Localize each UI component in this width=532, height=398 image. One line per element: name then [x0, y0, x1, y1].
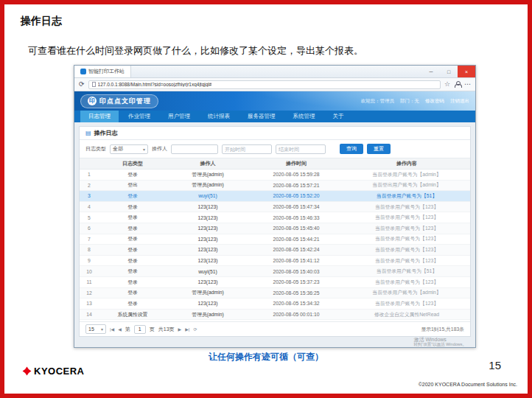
operator-input[interactable]: [171, 144, 218, 154]
cell-log-type: 登录: [99, 202, 167, 212]
watermark-line2: 转到“设置”以激活 Windows。: [413, 343, 466, 347]
cell-index: 1: [80, 170, 99, 180]
cell-index: 12: [80, 288, 99, 298]
restore-icon[interactable]: □: [440, 66, 458, 77]
slide: 操作日志 可查看谁在什么时间登录网页做了什么，比如修改了某个设定，导出某个报表。…: [0, 0, 532, 398]
next-page-button[interactable]: ▶: [178, 327, 182, 332]
department-text: 部门：无: [400, 98, 419, 105]
reload-table-icon[interactable]: ⟳: [193, 327, 197, 332]
table-row[interactable]: 7 登录 123(123) 2020-08-05 15:44:21 当前登录用户…: [80, 234, 470, 245]
cell-content: 当前登录用户账号为【51】: [343, 191, 470, 201]
close-icon[interactable]: ×: [458, 66, 475, 77]
cell-index: 5: [80, 212, 99, 223]
slide-body-text: 可查看谁在什么时间登录网页做了什么，比如修改了某个设定，导出某个报表。: [28, 44, 363, 57]
cell-time: 2020-08-05 00:01:10: [249, 310, 343, 320]
cell-log-type: 登录: [99, 234, 167, 245]
cell-time: 2020-08-05 15:37:23: [249, 277, 343, 287]
cell-operator: wuyi(51): [167, 266, 249, 276]
column-header-3: 操作时间: [249, 158, 343, 169]
column-header-1: 日志类型: [99, 158, 167, 169]
cell-time: 2020-08-05 15:57:21: [249, 181, 343, 191]
welcome-text: 欢迎您：管理员: [361, 98, 395, 105]
nav-tab-4[interactable]: 统计报表: [200, 111, 238, 122]
prev-page-button[interactable]: ◀: [118, 327, 122, 332]
address-bar[interactable]: 127.0.0.1:8088/Main.html?sid=oosojzfhiyr…: [88, 80, 441, 89]
change-password-link[interactable]: 修改密码: [425, 98, 444, 105]
browser-titlebar: 智能打印工作站 ─ □ ×: [74, 66, 475, 78]
table-row[interactable]: 4 登录 123(123) 2020-08-05 15:47:34 当前登录用户…: [80, 202, 470, 213]
last-page-button[interactable]: ▶|: [185, 327, 189, 332]
cell-index: 10: [80, 266, 99, 276]
pagination-bar: 15 ▾ |◀ ◀ 第 1 页 共13页 ▶ ▶| ⟳ 显示1到15,共183条: [80, 321, 470, 336]
table-row[interactable]: 12 登录 管理员(admin) 2020-08-05 15:36:25 当前登…: [80, 288, 470, 299]
cell-log-type: 登录: [99, 298, 167, 309]
cell-operator: 123(123): [167, 245, 249, 255]
cell-operator: 123(123): [167, 223, 249, 234]
table-header: 日志类型操作人操作时间操作内容: [80, 158, 470, 170]
cell-operator: 123(123): [167, 256, 249, 266]
log-type-select[interactable]: 全部 ▾: [110, 144, 148, 154]
app-logo-icon: 印: [88, 97, 97, 105]
nav-tab-2[interactable]: 作业管理: [120, 111, 158, 122]
nav-tab-7[interactable]: 关于: [325, 111, 352, 122]
table-row[interactable]: 6 登录 123(123) 2020-08-05 15:45:40 当前登录用户…: [80, 223, 470, 234]
cell-time: 2020-08-05 15:44:21: [249, 234, 343, 245]
cell-time: 2020-08-05 15:59:28: [249, 170, 343, 180]
logout-link[interactable]: 注销退出: [450, 98, 469, 105]
cell-time: 2020-08-05 15:41:12: [249, 256, 343, 266]
table-row[interactable]: 2 登出 管理员(admin) 2020-08-05 15:57:21 当前登出…: [80, 181, 470, 192]
table-row[interactable]: 14 系统属性设置 管理员(admin) 2020-08-05 00:01:10…: [80, 310, 470, 321]
search-button[interactable]: 查询: [340, 144, 363, 154]
reset-button[interactable]: 重置: [367, 144, 391, 154]
log-panel-icon: ▤: [85, 130, 91, 136]
cell-operator: 123(123): [167, 212, 249, 223]
copyright-text: ©2020 KYOCERA Document Solutions Inc.: [419, 382, 517, 387]
favorites-star-icon[interactable]: ☆: [444, 81, 450, 88]
nav-tab-5[interactable]: 服务器管理: [239, 111, 284, 122]
cell-content: 当前登录用户账号为【123】: [343, 245, 470, 255]
cell-index: 8: [80, 245, 99, 255]
current-page-input[interactable]: 1: [134, 325, 146, 334]
more-menu-icon[interactable]: ⋯: [464, 81, 471, 88]
cell-index: 14: [80, 310, 99, 320]
nav-tabs: 日志管理作业管理用户管理统计报表服务器管理系统管理关于: [74, 111, 475, 122]
table-row[interactable]: 10 登录 wuyi(51) 2020-08-05 15:40:03 当前登录用…: [80, 266, 470, 277]
user-profile-icon[interactable]: [454, 81, 461, 88]
first-page-button[interactable]: |◀: [110, 327, 114, 332]
table-row[interactable]: 3 登录 wuyi(51) 2020-08-05 15:52:20 当前登录用户…: [80, 191, 470, 202]
cell-operator: 123(123): [167, 234, 249, 245]
app-logo: 印 印点点文印管理: [80, 94, 158, 108]
cell-content: 当前登出用户账号为【admin】: [343, 181, 470, 191]
cell-log-type: 登录: [99, 170, 167, 180]
slide-page-number: 15: [489, 359, 501, 371]
cell-content: 当前登录用户账号为【123】: [343, 298, 470, 309]
minimize-icon[interactable]: ─: [422, 66, 440, 77]
column-header-4: 操作内容: [343, 158, 470, 169]
cell-content: 当前登录用户账号为【51】: [343, 266, 470, 276]
column-header-2: 操作人: [167, 158, 249, 169]
table-row[interactable]: 1 登录 管理员(admin) 2020-08-05 15:59:28 当前登录…: [80, 170, 470, 181]
operation-log-panel: ▤ 操作日志 日志类型 全部 ▾ 操作人 查询: [79, 126, 471, 337]
cell-operator: 管理员(admin): [167, 310, 249, 320]
page-size-select[interactable]: 15 ▾: [85, 324, 106, 334]
table-row[interactable]: 5 登录 123(123) 2020-08-05 15:46:33 当前登录用户…: [80, 212, 470, 223]
nav-tab-1[interactable]: 日志管理: [80, 111, 119, 122]
cell-log-type: 登录: [99, 223, 167, 234]
nav-tab-3[interactable]: 用户管理: [160, 111, 198, 122]
table-row[interactable]: 13 登录 123(123) 2020-08-05 15:34:32 当前登录用…: [80, 298, 470, 310]
end-time-input[interactable]: [276, 144, 326, 154]
table-row[interactable]: 8 登录 123(123) 2020-08-05 15:42:24 当前登录用户…: [80, 245, 470, 256]
table-row[interactable]: 9 登录 123(123) 2020-08-05 15:41:12 当前登录用户…: [80, 256, 470, 267]
refresh-icon[interactable]: ⟳: [79, 81, 85, 88]
cell-log-type: 登录: [99, 288, 167, 298]
cell-index: 2: [80, 181, 99, 191]
browser-tab[interactable]: 智能打印工作站: [74, 66, 131, 77]
table-row[interactable]: 11 登录 123(123) 2020-08-05 15:37:23 当前登录用…: [80, 277, 470, 288]
kyocera-wordmark: KYOCERA: [34, 366, 85, 377]
start-time-input[interactable]: [222, 144, 272, 154]
cell-time: 2020-08-05 15:34:32: [249, 298, 343, 309]
cell-time: 2020-08-05 15:45:40: [249, 223, 343, 234]
kyocera-mark-icon: [22, 366, 32, 376]
cell-index: 3: [80, 191, 99, 201]
nav-tab-6[interactable]: 系统管理: [285, 111, 323, 122]
